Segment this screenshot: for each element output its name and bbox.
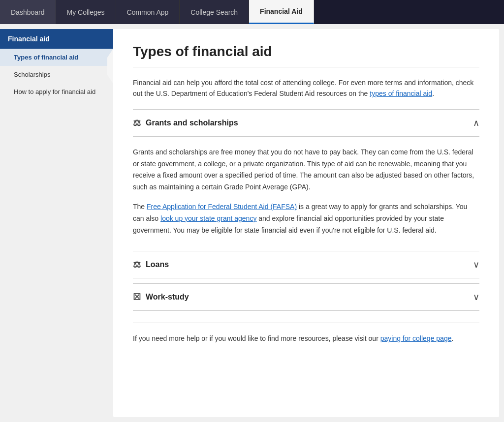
accordion-grants-header[interactable]: ⚖ Grants and scholarships ∧ (133, 110, 479, 137)
accordion-grants-title-group: ⚖ Grants and scholarships (133, 118, 238, 128)
accordion-work-study-chevron: ∨ (473, 292, 479, 302)
types-of-financial-aid-link[interactable]: types of financial aid (370, 90, 432, 97)
accordion-work-study-title: Work-study (146, 293, 189, 301)
sidebar-item-how-to-apply[interactable]: How to apply for financial aid (0, 83, 113, 100)
grants-body-paragraph-1: Grants and scholarships are free money t… (133, 147, 479, 193)
state-grant-agency-link[interactable]: look up your state grant agency (160, 214, 256, 222)
tab-dashboard[interactable]: Dashboard (0, 0, 56, 24)
accordion-grants: ⚖ Grants and scholarships ∧ Grants and s… (133, 109, 479, 246)
loans-icon: ⚖ (133, 259, 141, 270)
footer-section: If you need more help or if you would li… (133, 323, 479, 344)
sidebar-section-header[interactable]: Financial aid (0, 29, 113, 49)
content-area: Types of financial aid Financial aid can… (113, 29, 499, 417)
sidebar-item-scholarships[interactable]: Scholarships (0, 66, 113, 83)
top-navigation: Dashboard My Colleges Common App College… (0, 0, 504, 24)
accordion-work-study-title-group: ☒ Work-study (133, 292, 189, 302)
tab-financial-aid[interactable]: Financial Aid (249, 0, 314, 24)
tab-my-colleges[interactable]: My Colleges (56, 0, 116, 24)
accordion-grants-body: Grants and scholarships are free money t… (133, 137, 479, 246)
paying-for-college-link[interactable]: paying for college page (380, 334, 452, 342)
accordion-work-study: ☒ Work-study ∨ (133, 283, 479, 311)
grants-body-paragraph-2: The Free Application for Federal Student… (133, 201, 479, 236)
sidebar: Financial aid Types of financial aid Sch… (0, 24, 113, 422)
sidebar-item-types[interactable]: Types of financial aid (0, 49, 113, 66)
accordion-loans-header[interactable]: ⚖ Loans ∨ (133, 251, 479, 278)
accordion-loans-title-group: ⚖ Loans (133, 259, 169, 270)
footer-paragraph: If you need more help or if you would li… (133, 333, 479, 344)
accordion-grants-title: Grants and scholarships (146, 119, 238, 127)
tab-college-search[interactable]: College Search (180, 0, 249, 24)
work-study-icon: ☒ (133, 292, 141, 302)
main-container: Financial aid Types of financial aid Sch… (0, 24, 504, 422)
accordion-loans: ⚖ Loans ∨ (133, 251, 479, 278)
accordion-grants-chevron: ∧ (473, 118, 479, 128)
intro-paragraph: Financial aid can help you afford the to… (133, 77, 479, 99)
fafsa-link[interactable]: Free Application for Federal Student Aid… (147, 203, 297, 211)
page-title: Types of financial aid (133, 44, 479, 67)
accordion-loans-title: Loans (146, 260, 169, 269)
grants-icon: ⚖ (133, 118, 141, 128)
accordion-work-study-header[interactable]: ☒ Work-study ∨ (133, 284, 479, 311)
accordion-loans-chevron: ∨ (473, 259, 479, 270)
tab-common-app[interactable]: Common App (116, 0, 180, 24)
